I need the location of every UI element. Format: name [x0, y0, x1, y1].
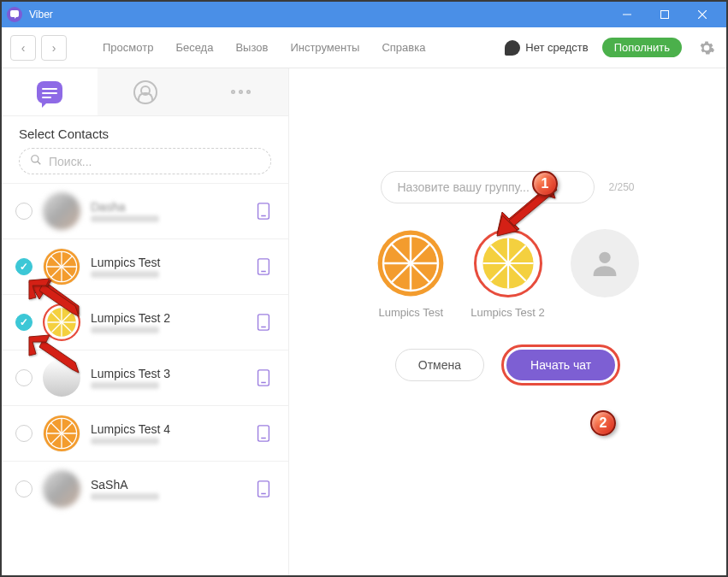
close-button[interactable] [684, 2, 721, 27]
window-title: Viber [29, 9, 53, 21]
titlebar: Viber [2, 2, 726, 27]
menu-help[interactable]: Справка [373, 38, 434, 57]
avatar [43, 470, 80, 508]
annotation-highlight: Начать чат [501, 344, 620, 386]
avatar [43, 303, 80, 341]
tab-contacts[interactable] [98, 68, 193, 115]
phone-icon[interactable] [252, 478, 275, 500]
svg-point-36 [599, 252, 610, 263]
nav-back-button[interactable]: ‹ [10, 35, 36, 61]
balance-icon [505, 40, 520, 56]
participant-avatar [376, 229, 445, 297]
balance-display: Нет средств [505, 40, 588, 56]
contact-subtext [91, 327, 159, 333]
contact-row[interactable]: Lumpics Test [2, 238, 288, 294]
minimize-button[interactable] [608, 2, 646, 27]
contact-subtext [91, 382, 159, 389]
contact-row[interactable]: SaShA [2, 461, 288, 516]
participant-name: Lumpics Test 2 [471, 306, 544, 319]
contact-list: Dasha Lumpics Test [2, 183, 288, 575]
participant-avatar [474, 229, 542, 297]
contact-subtext [91, 493, 159, 500]
avatar [43, 248, 80, 286]
more-icon [231, 90, 251, 94]
select-checkbox[interactable] [15, 425, 33, 442]
search-box[interactable] [19, 148, 271, 174]
select-checkbox[interactable] [15, 203, 33, 220]
contact-name: Dasha [91, 200, 242, 214]
contact-name: Lumpics Test [91, 256, 242, 269]
phone-icon[interactable] [252, 200, 275, 222]
svg-point-4 [32, 156, 38, 162]
toolbar: ‹ › Просмотр Беседа Вызов Инструменты Сп… [2, 27, 726, 68]
contact-subtext [91, 438, 159, 445]
tab-chats[interactable] [2, 68, 98, 115]
main-panel: 2/250 Lumpics Test Lumpics Test 2 [289, 68, 726, 575]
viber-logo-icon [7, 7, 22, 22]
select-checkbox[interactable] [15, 480, 33, 498]
contact-icon [133, 80, 157, 104]
phone-icon[interactable] [252, 422, 275, 445]
menu-chat[interactable]: Беседа [167, 38, 222, 57]
search-icon [30, 154, 42, 168]
chat-bubble-icon [37, 81, 62, 103]
contact-subtext [91, 215, 159, 222]
menu-call[interactable]: Вызов [227, 38, 276, 57]
add-participant[interactable] [571, 229, 639, 319]
participant: Lumpics Test [376, 229, 445, 319]
balance-text: Нет средств [525, 41, 588, 54]
svg-rect-1 [661, 11, 669, 19]
start-chat-button[interactable]: Начать чат [506, 350, 615, 380]
participant-name: Lumpics Test [378, 306, 443, 319]
menu-tools[interactable]: Инструменты [281, 38, 368, 57]
contact-row[interactable]: Lumpics Test 3 [2, 350, 288, 405]
maximize-button[interactable] [646, 2, 684, 27]
contact-subtext [91, 271, 159, 278]
contact-row[interactable]: Lumpics Test 4 [2, 405, 288, 461]
tab-more[interactable] [192, 68, 288, 115]
svg-line-5 [38, 162, 41, 165]
char-count: 2/250 [608, 181, 634, 193]
select-contacts-heading: Select Contacts [2, 116, 288, 148]
contact-row[interactable]: Dasha [2, 183, 288, 238]
phone-icon[interactable] [252, 367, 275, 389]
menu-view[interactable]: Просмотр [94, 38, 162, 57]
contact-name: Lumpics Test 3 [91, 367, 242, 380]
search-input[interactable] [49, 155, 260, 168]
add-participant-icon [571, 229, 639, 297]
contact-name: Lumpics Test 4 [91, 422, 242, 436]
select-checkbox[interactable] [15, 314, 33, 331]
contact-name: SaShA [91, 478, 242, 492]
select-checkbox[interactable] [15, 369, 33, 386]
nav-forward-button[interactable]: › [41, 35, 67, 61]
participant: Lumpics Test 2 [471, 229, 544, 319]
contact-name: Lumpics Test 2 [91, 311, 242, 325]
cancel-button[interactable]: Отмена [395, 349, 484, 381]
topup-button[interactable]: Пополнить [602, 38, 682, 57]
contact-row[interactable]: Lumpics Test 2 [2, 294, 288, 350]
select-checkbox[interactable] [15, 258, 33, 275]
phone-icon[interactable] [252, 256, 275, 278]
avatar [43, 359, 80, 397]
settings-icon[interactable] [695, 37, 718, 59]
avatar [43, 192, 80, 230]
group-name-input[interactable] [381, 171, 595, 203]
phone-icon[interactable] [252, 311, 275, 333]
avatar [43, 415, 80, 452]
sidebar: Select Contacts Dasha [2, 68, 289, 575]
